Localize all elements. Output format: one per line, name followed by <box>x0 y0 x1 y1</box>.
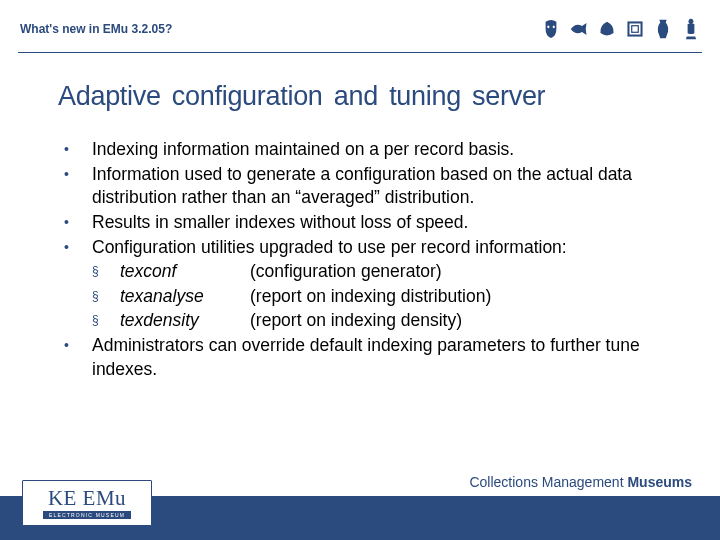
sub-bullet-item: § texconf (configuration generator) <box>58 260 670 284</box>
utility-desc: (report on indexing distribution) <box>250 285 491 309</box>
slide-header: What's new in EMu 3.2.05? <box>0 0 720 52</box>
footer-tagline: Collections Management Museums <box>469 474 692 490</box>
logo-box: KE EMu ELECTRONIC MUSEUM <box>22 480 152 526</box>
shell-icon <box>598 18 616 40</box>
header-title: What's new in EMu 3.2.05? <box>20 22 172 36</box>
bullet-text: Information used to generate a configura… <box>92 163 670 210</box>
utility-desc: (report on indexing density) <box>250 309 462 333</box>
bullet-item: • Administrators can override default in… <box>58 334 670 381</box>
svg-rect-0 <box>628 22 641 35</box>
utility-name: texconf <box>120 260 250 284</box>
bullet-text: Indexing information maintained on a per… <box>92 138 670 162</box>
bullet-item: • Configuration utilities upgraded to us… <box>58 236 670 260</box>
sub-bullet-item: § texanalyse (report on indexing distrib… <box>58 285 670 309</box>
header-icon-row <box>542 18 700 40</box>
utility-desc: (configuration generator) <box>250 260 442 284</box>
logo-subtext: ELECTRONIC MUSEUM <box>43 511 131 519</box>
sub-bullet-marker: § <box>92 285 120 309</box>
logo-text: KE EMu <box>48 488 126 509</box>
bullet-item: • Indexing information maintained on a p… <box>58 138 670 162</box>
svg-rect-1 <box>632 26 639 33</box>
bullet-marker: • <box>58 236 92 260</box>
utility-name: texdensity <box>120 309 250 333</box>
bullet-text: Results in smaller indexes without loss … <box>92 211 670 235</box>
bullet-item: • Information used to generate a configu… <box>58 163 670 210</box>
bullet-marker: • <box>58 138 92 162</box>
slide-title: Adaptive configuration and tuning server <box>58 81 670 112</box>
bullet-marker: • <box>58 211 92 235</box>
sub-bullet-marker: § <box>92 309 120 333</box>
sub-bullet-marker: § <box>92 260 120 284</box>
footer-tag-text: Collections Management <box>469 474 627 490</box>
footer-tag-bold: Museums <box>627 474 692 490</box>
mask-icon <box>542 18 560 40</box>
bullet-marker: • <box>58 334 92 381</box>
bullet-item: • Results in smaller indexes without los… <box>58 211 670 235</box>
utility-name: texanalyse <box>120 285 250 309</box>
sub-bullet-item: § texdensity (report on indexing density… <box>58 309 670 333</box>
fish-icon <box>570 18 588 40</box>
bullet-marker: • <box>58 163 92 210</box>
bullet-text: Configuration utilities upgraded to use … <box>92 236 670 260</box>
slide-content: Adaptive configuration and tuning server… <box>0 53 720 381</box>
bullet-text: Administrators can override default inde… <box>92 334 670 381</box>
bullet-list: • Indexing information maintained on a p… <box>58 138 670 381</box>
vase-icon <box>654 18 672 40</box>
statue-icon <box>682 18 700 40</box>
slide-footer: Collections Management Museums KE EMu EL… <box>0 468 720 540</box>
frame-icon <box>626 18 644 40</box>
